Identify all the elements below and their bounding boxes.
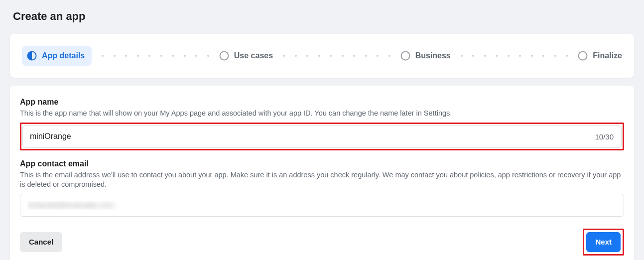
next-button-highlight: Next: [583, 229, 624, 256]
circle-icon: [219, 51, 229, 61]
app-name-input-wrap: 10/30: [20, 123, 624, 150]
step-label: Business: [415, 51, 451, 60]
contact-email-field: App contact email This is the email addr…: [20, 159, 624, 217]
field-label: App contact email: [20, 159, 624, 168]
cancel-button[interactable]: Cancel: [20, 232, 62, 252]
step-dots: [451, 55, 578, 57]
contact-email-input-wrap: [20, 194, 624, 217]
app-name-field: App name This is the app name that will …: [20, 98, 624, 150]
step-label: Finalize: [593, 51, 622, 60]
step-use-cases[interactable]: Use cases: [219, 51, 273, 61]
form-actions: Cancel Next: [20, 229, 624, 256]
form-card: App name This is the app name that will …: [10, 86, 634, 260]
step-dots: [273, 55, 400, 57]
svg-point-2: [401, 52, 409, 60]
field-help: This is the email address we'll use to c…: [20, 170, 624, 190]
next-button[interactable]: Next: [586, 232, 621, 252]
app-name-input[interactable]: [22, 125, 622, 148]
step-finalize[interactable]: Finalize: [578, 51, 622, 61]
step-app-details[interactable]: App details: [22, 46, 92, 66]
svg-point-1: [220, 52, 228, 60]
circle-icon: [400, 51, 410, 61]
page-title: Create an app: [13, 10, 634, 23]
field-help: This is the app name that will show on y…: [20, 109, 624, 119]
stepper: App details Use cases Business: [10, 34, 634, 78]
svg-point-3: [579, 52, 587, 60]
step-business[interactable]: Business: [400, 51, 451, 61]
field-label: App name: [20, 98, 624, 107]
half-circle-icon: [27, 51, 37, 61]
step-label: App details: [42, 51, 85, 60]
char-count: 10/30: [595, 132, 614, 140]
step-label: Use cases: [234, 51, 273, 60]
step-dots: [92, 55, 219, 57]
circle-icon: [578, 51, 588, 61]
contact-email-input[interactable]: [20, 194, 624, 217]
